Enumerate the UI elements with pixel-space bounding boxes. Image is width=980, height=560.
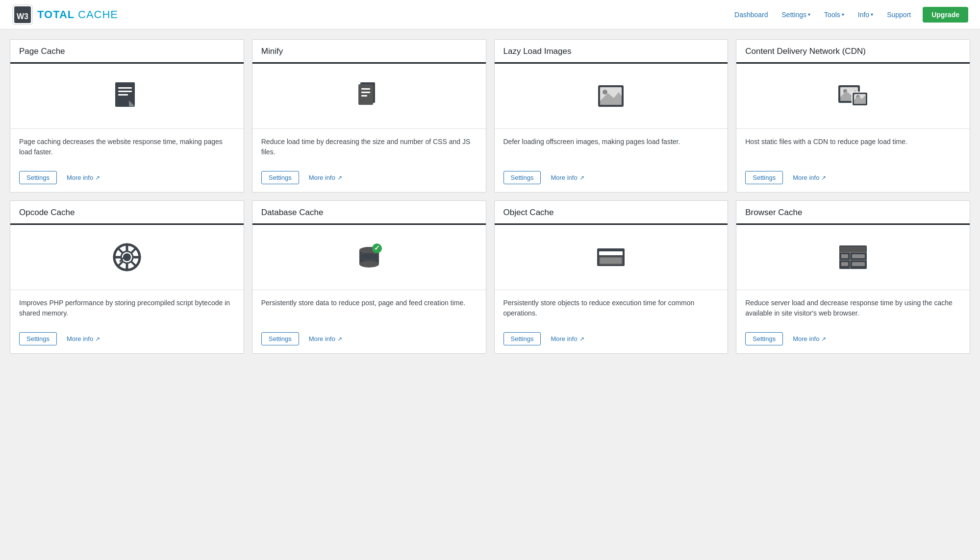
external-link-icon-page-cache: ↗: [95, 174, 100, 181]
card-title-minify: Minify: [252, 40, 486, 64]
settings-button-object-cache[interactable]: Settings: [503, 332, 541, 345]
logo-icon: W3: [12, 4, 33, 25]
upgrade-button[interactable]: Upgrade: [923, 7, 968, 23]
more-info-link-browser-cache[interactable]: More info ↗: [793, 335, 826, 342]
card-title-page-cache: Page Cache: [10, 40, 244, 64]
settings-button-browser-cache[interactable]: Settings: [745, 332, 783, 345]
card-icon-area-lazy-load: [495, 64, 728, 129]
settings-button-cdn[interactable]: Settings: [745, 171, 783, 184]
card-footer-page-cache: Settings More info ↗: [10, 165, 244, 192]
card-description-opcode-cache: Improves PHP performance by storing prec…: [10, 290, 244, 326]
settings-button-opcode-cache[interactable]: Settings: [19, 332, 57, 345]
lazy-load-icon: [593, 78, 628, 114]
nav-dashboard[interactable]: Dashboard: [729, 8, 774, 22]
object-icon: [593, 240, 628, 275]
svg-text:W3: W3: [17, 12, 28, 20]
svg-rect-12: [361, 88, 370, 90]
card-description-browser-cache: Reduce server load and decrease response…: [736, 290, 970, 326]
card-title-lazy-load: Lazy Load Images: [495, 40, 728, 64]
page-cache-icon: [109, 78, 145, 114]
external-link-icon-object-cache: ↗: [579, 336, 584, 342]
card-footer-browser-cache: Settings More info ↗: [736, 326, 970, 353]
svg-rect-59: [841, 254, 848, 258]
more-info-link-minify[interactable]: More info ↗: [309, 174, 342, 181]
external-link-icon-opcode-cache: ↗: [95, 336, 100, 342]
feature-grid: Page Cache Page caching decreases the we…: [10, 39, 970, 354]
svg-point-47: [359, 253, 379, 260]
card-description-object-cache: Persistently store objects to reduce exe…: [495, 290, 728, 326]
settings-chevron-icon: ▾: [808, 12, 810, 17]
card-cdn: Content Delivery Network (CDN) Host stat…: [736, 39, 970, 193]
svg-rect-4: [118, 87, 132, 89]
external-link-icon-browser-cache: ↗: [821, 336, 826, 342]
svg-rect-6: [118, 94, 128, 96]
more-info-link-lazy-load[interactable]: More info ↗: [551, 174, 584, 181]
card-footer-lazy-load: Settings More info ↗: [495, 165, 728, 192]
svg-point-20: [603, 90, 607, 95]
svg-rect-61: [841, 262, 848, 266]
database-icon: ✓: [352, 240, 387, 275]
card-title-cdn: Content Delivery Network (CDN): [736, 40, 970, 64]
card-icon-area-minify: [252, 64, 486, 129]
logo: W3 TOTAL CACHE: [12, 4, 118, 25]
svg-rect-14: [361, 95, 367, 97]
card-footer-cdn: Settings More info ↗: [736, 165, 970, 192]
svg-line-39: [132, 248, 136, 252]
card-title-object-cache: Object Cache: [495, 201, 728, 225]
card-description-page-cache: Page caching decreases the website respo…: [10, 129, 244, 165]
external-link-icon-cdn: ↗: [821, 174, 826, 181]
main-content: Page Cache Page caching decreases the we…: [0, 29, 980, 364]
main-nav: Dashboard Settings ▾ Tools ▾ Info ▾ Supp…: [729, 7, 968, 23]
card-description-lazy-load: Defer loading offscreen images, making p…: [495, 129, 728, 165]
card-icon-area-opcode-cache: [10, 225, 244, 290]
nav-info[interactable]: Info ▾: [852, 8, 879, 22]
settings-button-lazy-load[interactable]: Settings: [503, 171, 541, 184]
more-info-link-page-cache[interactable]: More info ↗: [67, 174, 100, 181]
card-opcode-cache: Opcode Cache Improves PHP performance by…: [10, 200, 244, 354]
card-browser-cache: Browser Cache Reduce server load and dec…: [736, 200, 970, 354]
settings-button-page-cache[interactable]: Settings: [19, 171, 57, 184]
svg-rect-60: [852, 254, 865, 258]
more-info-link-opcode-cache[interactable]: More info ↗: [67, 335, 100, 342]
svg-line-40: [118, 262, 122, 266]
more-info-link-object-cache[interactable]: More info ↗: [551, 335, 584, 342]
settings-button-database-cache[interactable]: Settings: [261, 332, 299, 345]
more-info-link-cdn[interactable]: More info ↗: [793, 174, 826, 181]
more-info-link-database-cache[interactable]: More info ↗: [309, 335, 342, 342]
card-footer-object-cache: Settings More info ↗: [495, 326, 728, 353]
card-description-database-cache: Persistently store data to reduce post, …: [252, 290, 486, 326]
cdn-icon: [835, 78, 871, 114]
brand-name: TOTAL CACHE: [37, 8, 118, 21]
minify-icon: [352, 78, 387, 114]
card-description-minify: Reduce load time by decreasing the size …: [252, 129, 486, 165]
svg-point-45: [359, 261, 379, 268]
nav-support[interactable]: Support: [881, 8, 917, 22]
svg-rect-13: [361, 92, 370, 93]
svg-rect-16: [367, 99, 370, 102]
card-title-database-cache: Database Cache: [252, 201, 486, 225]
external-link-icon-minify: ↗: [337, 174, 342, 181]
svg-rect-5: [118, 91, 132, 92]
card-description-cdn: Host static files with a CDN to reduce p…: [736, 129, 970, 165]
nav-settings[interactable]: Settings ▾: [776, 8, 817, 22]
svg-rect-62: [852, 262, 865, 266]
card-page-cache: Page Cache Page caching decreases the we…: [10, 39, 244, 193]
card-minify: Minify Reduce load time by decreasing th…: [252, 39, 486, 193]
card-footer-minify: Settings More info ↗: [252, 165, 486, 192]
svg-line-37: [118, 248, 122, 252]
browser-icon: [835, 240, 871, 275]
tools-chevron-icon: ▾: [842, 12, 844, 17]
external-link-icon-lazy-load: ↗: [579, 174, 584, 181]
card-icon-area-object-cache: [495, 225, 728, 290]
card-footer-opcode-cache: Settings More info ↗: [10, 326, 244, 353]
settings-button-minify[interactable]: Settings: [261, 171, 299, 184]
header: W3 TOTAL CACHE Dashboard Settings ▾ Tool…: [0, 0, 980, 29]
card-icon-area-page-cache: [10, 64, 244, 129]
svg-rect-53: [600, 258, 622, 264]
card-icon-area-browser-cache: [736, 225, 970, 290]
svg-line-38: [132, 262, 136, 266]
nav-tools[interactable]: Tools ▾: [818, 8, 850, 22]
svg-rect-11: [358, 84, 373, 105]
svg-rect-51: [599, 251, 623, 255]
external-link-icon-database-cache: ↗: [337, 336, 342, 342]
